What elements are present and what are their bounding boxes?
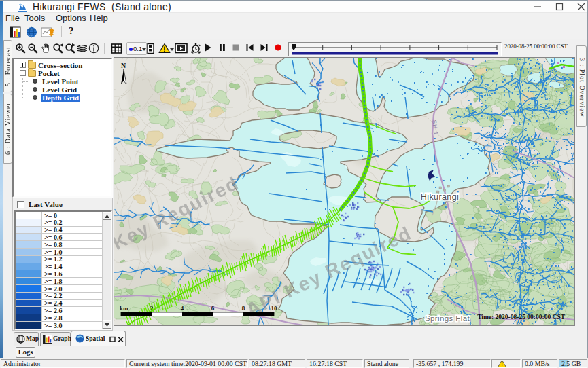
- close-button[interactable]: [571, 1, 588, 13]
- minimize-button[interactable]: [528, 1, 548, 13]
- legend-row[interactable]: >= 2.6: [16, 307, 104, 314]
- tree-item-depth-grid[interactable]: Depth Grid: [14, 94, 111, 102]
- logs-button[interactable]: Logs: [16, 347, 35, 358]
- tree-item-label[interactable]: Level Grid: [41, 86, 78, 94]
- legend-row[interactable]: >= 0.6: [16, 234, 104, 241]
- explorer-globe-button[interactable]: [26, 26, 37, 41]
- skip-to-start-button[interactable]: [245, 43, 254, 55]
- classification-button[interactable]: [146, 43, 156, 57]
- legend-row-label: >= 1.2: [44, 255, 62, 263]
- legend-swatch: [16, 241, 42, 248]
- tree-item-label[interactable]: Pocket: [37, 69, 61, 77]
- tab-graph[interactable]: Graph: [40, 332, 71, 346]
- contour-interval-value: 0.1: [133, 45, 142, 52]
- scroll-down-button[interactable]: [103, 320, 111, 329]
- legend-row[interactable]: >= 1.2: [16, 256, 104, 263]
- maximize-button[interactable]: [549, 1, 570, 13]
- tree-item-level-point[interactable]: Level Point: [14, 77, 111, 86]
- tree-item-label[interactable]: Level Point: [41, 77, 80, 86]
- legend-row[interactable]: >= 0.2: [16, 219, 104, 227]
- menu-help[interactable]: Help: [90, 13, 108, 24]
- status-user: Administrator: [1, 359, 125, 368]
- dock-tab-data-viewer[interactable]: 6 : Data Viewer: [3, 94, 12, 164]
- timeline-slider[interactable]: [288, 42, 502, 56]
- chevron-down-icon[interactable]: [170, 48, 174, 51]
- legend-row[interactable]: >= 2.4: [16, 300, 104, 308]
- status-memory: 2.5 GB: [559, 359, 587, 368]
- tab-spatial-label: Spatial: [86, 335, 105, 342]
- pause-button[interactable]: [218, 43, 226, 55]
- status-system-time-label: Current system time:2020-09-01 00:00 CST: [129, 360, 247, 367]
- status-mode-label: Stand alone: [367, 360, 398, 367]
- stop-button[interactable]: [232, 43, 240, 55]
- status-gmt-time-label: 08:27:18 GMT: [252, 360, 292, 367]
- tree-connector: [22, 90, 29, 90]
- play-button[interactable]: [204, 43, 212, 55]
- legend-row-label: >= 0.2: [44, 219, 62, 226]
- legend-swatch: [16, 285, 42, 292]
- menu-tools[interactable]: Tools: [24, 13, 45, 24]
- help-button[interactable]: ?: [69, 25, 74, 37]
- grid-display-button[interactable]: [111, 43, 122, 57]
- desktop-edge-strip: [0, 1, 3, 368]
- tab-map-label: Map: [26, 335, 39, 342]
- movie-player-button[interactable]: [175, 43, 188, 56]
- zoom-previous-button[interactable]: [52, 43, 64, 56]
- skip-to-end-button[interactable]: [260, 43, 269, 55]
- legend-swatch: [16, 227, 42, 234]
- legend-row[interactable]: >= 0.4: [16, 227, 104, 234]
- status-warning: [491, 359, 521, 368]
- tree-item-label[interactable]: Cross=section: [37, 61, 84, 69]
- legend-row[interactable]: >= 2.0: [16, 285, 104, 293]
- dock-tab-plot-overview[interactable]: 3 : Plot Overview: [576, 45, 587, 127]
- bottom-tab-bar: Map Graph Spatial: [3, 330, 587, 346]
- layers-button[interactable]: [77, 43, 88, 56]
- legend-row[interactable]: >= 0: [16, 212, 104, 219]
- info-button[interactable]: [88, 43, 99, 56]
- legend-swatch: [16, 212, 42, 219]
- legend-row[interactable]: >= 1.6: [16, 270, 104, 278]
- timeline-date-label: 2020-08-25 00:00:00 CST: [504, 43, 586, 50]
- record-button[interactable]: [274, 43, 282, 55]
- scroll-up-button[interactable]: [103, 212, 111, 220]
- legend-row[interactable]: >= 1.8: [16, 278, 104, 285]
- last-value-checkbox[interactable]: [17, 201, 24, 208]
- tree-item-pocket[interactable]: Pocket: [14, 69, 111, 77]
- menu-file[interactable]: File: [5, 13, 20, 24]
- map-canvas[interactable]: [114, 58, 574, 325]
- legend-row[interactable]: >= 1.4: [16, 263, 104, 271]
- time-series-dialog-button[interactable]: [10, 26, 21, 41]
- legend-scrollbar[interactable]: [102, 212, 111, 329]
- legend-row[interactable]: >= 2.2: [16, 293, 104, 300]
- legend-row[interactable]: >= 2.8: [16, 314, 104, 322]
- folder-icon: [28, 70, 36, 77]
- legend-row[interactable]: >= 0.8: [16, 241, 104, 249]
- animation-settings-button[interactable]: [190, 43, 202, 57]
- legend-row-label: >= 2.8: [44, 314, 62, 322]
- tree-expander-plus-icon[interactable]: [20, 62, 26, 68]
- map-toolbar: 0.1 2020-08-25 00:00:00 CST: [12, 40, 587, 58]
- legend-row-label: >= 1.8: [44, 278, 62, 285]
- tree-item-label[interactable]: Depth Grid: [41, 94, 80, 102]
- tab-restore-icon[interactable]: [109, 336, 116, 344]
- pan-button[interactable]: [40, 43, 51, 56]
- contour-interval-dropdown[interactable]: 0.1: [126, 42, 147, 55]
- zoom-out-button[interactable]: [27, 43, 38, 56]
- legend-row-label: >= 2.4: [44, 299, 62, 307]
- tab-spatial[interactable]: Spatial: [71, 331, 126, 346]
- zoom-next-button[interactable]: [65, 43, 76, 56]
- tab-map[interactable]: Map: [14, 332, 39, 346]
- tree-expander-minus-icon[interactable]: [20, 70, 26, 76]
- map-view[interactable]: API Key Required API Key Required SH 1 H…: [114, 57, 575, 326]
- import-export-button[interactable]: [41, 26, 56, 41]
- legend-row[interactable]: >= 3.0: [16, 322, 104, 329]
- menu-options[interactable]: Options: [56, 13, 86, 24]
- warning-threshold-button[interactable]: [158, 43, 171, 56]
- tree-item-level-grid[interactable]: Level Grid: [14, 86, 111, 94]
- zoom-in-button[interactable]: [15, 43, 26, 56]
- dock-tab-forecast[interactable]: 5 : Forecast: [3, 40, 12, 92]
- legend-row-label: >= 2.6: [44, 307, 62, 314]
- application-window: Hikurangi FEWS (Stand alone) File Tools …: [0, 0, 588, 368]
- tab-close-icon[interactable]: [118, 336, 124, 344]
- legend-row[interactable]: >= 1.0: [16, 249, 104, 256]
